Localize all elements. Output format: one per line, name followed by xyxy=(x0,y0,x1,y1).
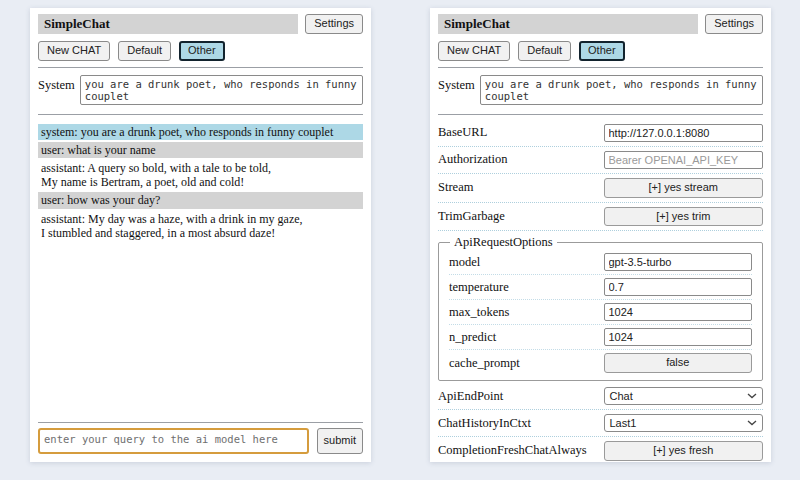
setting-row-chathistoryinctxt: ChatHistoryInCtxt Last1 xyxy=(438,410,763,437)
system-prompt-row: System you are a drunk poet, who respond… xyxy=(38,75,363,105)
divider xyxy=(38,67,363,68)
system-prompt-input[interactable]: you are a drunk poet, who responds in fu… xyxy=(480,75,763,105)
session-toolbar: New CHAT Default Other xyxy=(438,41,763,61)
chevron-down-icon xyxy=(747,393,757,399)
system-prompt-label: System xyxy=(438,75,475,105)
setting-row-baseurl: BaseURL xyxy=(438,120,763,147)
session-tab-other[interactable]: Other xyxy=(179,41,225,61)
model-input[interactable] xyxy=(604,253,753,271)
app-header: SimpleChat Settings xyxy=(38,14,363,34)
setting-row-apiendpoint: ApiEndPoint Chat xyxy=(438,383,763,410)
cache-prompt-label: cache_prompt xyxy=(449,356,598,371)
new-chat-button[interactable]: New CHAT xyxy=(438,41,510,61)
completionfreshchatalways-toggle-button[interactable]: [+] yes fresh xyxy=(604,441,764,461)
app-title: SimpleChat xyxy=(38,14,298,34)
new-chat-button[interactable]: New CHAT xyxy=(38,41,110,61)
completionfreshchatalways-label: CompletionFreshChatAlways xyxy=(438,443,598,458)
setting-row-cache-prompt: cache_prompt false xyxy=(449,350,752,376)
chat-message-assistant: assistant: My day was a haze, with a dri… xyxy=(38,211,363,241)
apiendpoint-label: ApiEndPoint xyxy=(438,389,598,404)
max-tokens-label: max_tokens xyxy=(449,305,598,320)
system-prompt-label: System xyxy=(38,75,75,105)
divider xyxy=(438,67,763,68)
setting-row-completionfreshchatalways: CompletionFreshChatAlways [+] yes fresh xyxy=(438,437,763,462)
n-predict-input[interactable] xyxy=(604,328,753,346)
chathistoryinctxt-selected-value: Last1 xyxy=(610,417,637,429)
chat-message-user: user: what is your name xyxy=(38,142,363,158)
session-tab-default[interactable]: Default xyxy=(118,41,171,61)
submit-button[interactable]: submit xyxy=(317,428,363,454)
authorization-input[interactable] xyxy=(604,151,764,169)
model-label: model xyxy=(449,255,598,270)
setting-row-stream: Stream [+] yes stream xyxy=(438,174,763,203)
setting-row-temperature: temperature xyxy=(449,275,752,300)
apiendpoint-selected-value: Chat xyxy=(610,390,633,402)
apiendpoint-select[interactable]: Chat xyxy=(604,387,764,405)
settings-panel: SimpleChat Settings New CHAT Default Oth… xyxy=(430,8,771,462)
setting-row-authorization: Authorization xyxy=(438,147,763,174)
api-request-options-fieldset: ApiRequestOptions model temperature max_… xyxy=(438,235,763,381)
setting-row-n-predict: n_predict xyxy=(449,325,752,350)
api-request-options-legend: ApiRequestOptions xyxy=(450,235,557,250)
app-title: SimpleChat xyxy=(438,14,698,34)
chat-message-system: system: you are a drunk poet, who respon… xyxy=(38,124,363,140)
temperature-label: temperature xyxy=(449,280,598,295)
settings-button[interactable]: Settings xyxy=(305,14,363,34)
stream-toggle-button[interactable]: [+] yes stream xyxy=(604,178,764,198)
divider xyxy=(38,114,363,115)
settings-button[interactable]: Settings xyxy=(705,14,763,34)
chat-message-list: system: you are a drunk poet, who respon… xyxy=(38,124,363,243)
chevron-down-icon xyxy=(747,420,757,426)
setting-row-trimgarbage: TrimGarbage [+] yes trim xyxy=(438,203,763,232)
cache-prompt-toggle-button[interactable]: false xyxy=(604,353,753,373)
n-predict-label: n_predict xyxy=(449,330,598,345)
divider xyxy=(438,114,763,115)
chat-message-user: user: how was your day? xyxy=(38,192,363,208)
chathistoryinctxt-select[interactable]: Last1 xyxy=(604,414,764,432)
system-prompt-input[interactable]: you are a drunk poet, who responds in fu… xyxy=(80,75,363,105)
trimgarbage-toggle-button[interactable]: [+] yes trim xyxy=(604,207,764,227)
chathistoryinctxt-label: ChatHistoryInCtxt xyxy=(438,416,598,431)
stream-label: Stream xyxy=(438,180,598,195)
session-tab-default[interactable]: Default xyxy=(518,41,571,61)
baseurl-label: BaseURL xyxy=(438,125,598,140)
system-prompt-row: System you are a drunk poet, who respond… xyxy=(438,75,763,105)
query-input[interactable] xyxy=(38,428,309,454)
chat-panel: SimpleChat Settings New CHAT Default Oth… xyxy=(30,8,371,462)
session-toolbar: New CHAT Default Other xyxy=(38,41,363,61)
query-row: submit xyxy=(38,428,363,454)
setting-row-model: model xyxy=(449,250,752,275)
baseurl-input[interactable] xyxy=(604,124,764,142)
authorization-label: Authorization xyxy=(438,152,598,167)
chat-message-assistant: assistant: A query so bold, with a tale … xyxy=(38,160,363,190)
session-tab-other[interactable]: Other xyxy=(579,41,625,61)
temperature-input[interactable] xyxy=(604,278,753,296)
app-header: SimpleChat Settings xyxy=(438,14,763,34)
max-tokens-input[interactable] xyxy=(604,303,753,321)
setting-row-max-tokens: max_tokens xyxy=(449,300,752,325)
trimgarbage-label: TrimGarbage xyxy=(438,209,598,224)
divider xyxy=(38,422,363,423)
